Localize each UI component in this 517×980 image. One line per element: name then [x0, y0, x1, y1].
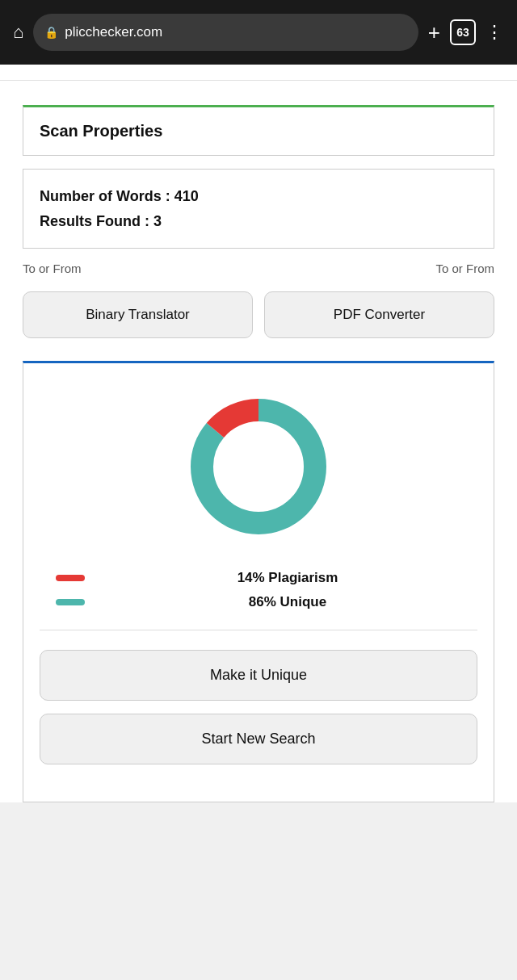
results-found-line: Results Found : 3 [40, 209, 477, 234]
binary-translator-button[interactable]: Binary Translator [23, 291, 253, 338]
start-new-search-button[interactable]: Start New Search [40, 714, 477, 764]
binary-translator-col: Binary Translator [23, 291, 253, 338]
results-card: 14% Plagiarism 86% Unique Make it Unique… [23, 361, 494, 802]
results-value: 3 [153, 213, 162, 229]
scan-properties-card: Scan Properties [23, 105, 494, 156]
top-partial-divider [0, 65, 517, 81]
url-text: plicchecker.com [65, 24, 162, 40]
scan-properties-title: Scan Properties [23, 107, 494, 155]
pdf-converter-button[interactable]: PDF Converter [264, 291, 494, 338]
page-content: Scan Properties Number of Words : 410 Re… [0, 65, 517, 802]
chart-legend: 14% Plagiarism 86% Unique [40, 570, 477, 630]
make-unique-button[interactable]: Make it Unique [40, 650, 477, 701]
left-converter-label: To or From [23, 262, 82, 275]
donut-chart [178, 386, 339, 547]
tabs-count-badge[interactable]: 63 [450, 19, 476, 45]
converter-section: Binary Translator PDF Converter [23, 291, 494, 338]
home-icon[interactable]: ⌂ [13, 22, 23, 43]
words-value: 410 [174, 188, 199, 204]
lock-icon: 🔒 [44, 26, 58, 39]
plagiarism-legend-row: 14% Plagiarism [40, 570, 477, 586]
unique-legend-label: 86% Unique [98, 594, 477, 610]
browser-menu-icon[interactable]: ⋮ [485, 22, 504, 43]
url-bar[interactable]: 🔒 plicchecker.com [33, 14, 418, 51]
new-tab-icon[interactable]: + [428, 20, 440, 45]
donut-chart-container [40, 386, 477, 547]
stats-card: Number of Words : 410 Results Found : 3 [23, 169, 494, 249]
unique-color-swatch [56, 599, 85, 605]
browser-chrome: ⌂ 🔒 plicchecker.com + 63 ⋮ [0, 0, 517, 65]
unique-legend-row: 86% Unique [40, 594, 477, 610]
words-label: Number of Words : [40, 188, 174, 204]
right-converter-label: To or From [435, 262, 494, 275]
results-label: Results Found : [40, 213, 153, 229]
words-count-line: Number of Words : 410 [40, 184, 477, 209]
plagiarism-legend-label: 14% Plagiarism [98, 570, 477, 586]
plagiarism-color-swatch [56, 575, 85, 581]
pdf-converter-col: PDF Converter [264, 291, 494, 338]
converter-labels-row: To or From To or From [23, 262, 494, 275]
